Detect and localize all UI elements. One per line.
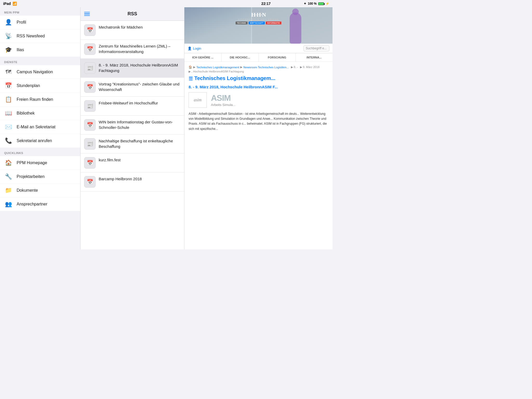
app-body: MEIN PPM👤Profil📡RSS Newsfeed🎓IliasDIENST… — [0, 7, 332, 249]
sidebar-item-freiraum[interactable]: 📋Freien Raum finden — [0, 93, 80, 106]
sidebar-item-projekt[interactable]: 🔧Projektarbeiten — [0, 170, 80, 183]
breadcrumb-link-1[interactable]: Technisches Logistikmanagement — [196, 66, 239, 69]
hhn-nav-item-0[interactable]: ICH GEHÖRE ... — [184, 53, 222, 62]
hhn-body: 🏠 ▶ Technisches Logistikmanagement ▶ New… — [184, 62, 332, 135]
rss-title: RSS — [128, 11, 137, 17]
calendar-icon: 📅 — [84, 81, 96, 93]
sidebar-item-dokumente[interactable]: 📁Dokumente — [0, 184, 80, 197]
technik-tag: Technik — [236, 22, 248, 24]
article-title: ☰ Technisches Logistikmanagem... — [189, 75, 328, 82]
rss-item-4[interactable]: 📅Vortrag "Kreationismus"- zwischen Glaub… — [81, 78, 184, 97]
rss-item-text-3: 8. - 9. März 2018, Hochschule HeilbronnA… — [99, 62, 181, 73]
asim-main-label: ASIM — [211, 93, 328, 103]
sidebar-label-telefon: Sekretariat anrufen — [17, 138, 52, 143]
breadcrumb-link-2[interactable]: Newsroom Technisches Logistikm... — [243, 66, 289, 69]
table-icon: 📋 — [4, 95, 12, 104]
sidebar-item-ilias[interactable]: 🎓Ilias — [0, 43, 80, 57]
sidebar-section-label: MEIN PPM — [0, 7, 80, 16]
informatik-tag: Informatik — [266, 22, 281, 24]
rss-list: 📅Mechatronik für Mädchen📅Zentrum für Mas… — [81, 21, 184, 249]
rss-item-text-6: WIN beim Informationstag der Gustav-von-… — [99, 119, 181, 130]
web-panel: H·H·N Hochschule Heilbronn Technik Wirts… — [184, 7, 332, 249]
envelope-icon: ✉️ — [4, 123, 12, 131]
sidebar-label-ansprechpartner: Ansprechpartner — [17, 202, 47, 207]
login-button[interactable]: 👤 Login — [188, 46, 201, 50]
sidebar: MEIN PPM👤Profil📡RSS Newsfeed🎓IliasDIENST… — [0, 7, 81, 249]
hhn-toolbar: 👤 Login Suchbegriff e... — [184, 44, 332, 53]
rss-item-7[interactable]: 📰Nachhaltige Beschaffung ist enkeltaugli… — [81, 135, 184, 154]
sidebar-label-ilias: Ilias — [17, 48, 24, 52]
status-right: ✦ 100 % ⚡ — [304, 2, 329, 5]
rss-item-1[interactable]: 📅Mechatronik für Mädchen — [81, 21, 184, 40]
rss-item-text-7: Nachhaltige Beschaffung ist enkeltauglic… — [99, 138, 181, 149]
rss-item-text-1: Mechatronik für Mädchen — [99, 24, 181, 30]
sidebar-label-dokumente: Dokumente — [17, 188, 38, 193]
phone-icon: 📞 — [4, 137, 12, 145]
wifi-icon: 📶 — [12, 2, 17, 6]
article-body: ASIM - Arbeitsgemeinschaft Simulation - … — [189, 111, 328, 131]
sidebar-item-campus[interactable]: 🗺Campus Navigation — [0, 65, 80, 79]
asim-logo-text: asim — [194, 98, 202, 102]
wrench-icon: 🔧 — [4, 172, 12, 181]
rss-icon: 📡 — [4, 32, 12, 40]
sidebar-section-label: QUICKLINKS — [0, 148, 80, 156]
calendar-icon: 📅 — [84, 43, 96, 55]
person-icon: 👤 — [188, 46, 192, 50]
sidebar-item-email[interactable]: ✉️E-Mail an Sekretariat — [0, 120, 80, 134]
hhn-tags: Technik Wirtschaft Informatik — [236, 22, 281, 24]
calendar-grid-icon: 📅 — [4, 82, 12, 90]
status-left: iPad 📶 — [3, 2, 17, 6]
sidebar-label-rss: RSS Newsfeed — [17, 34, 45, 38]
rss-item-text-5: Frisbee-Weitwurf im Hochschulflur — [99, 100, 181, 106]
rss-panel: RSS 📅Mechatronik für Mädchen📅Zentrum für… — [81, 7, 184, 249]
sidebar-label-bibliothek: Bibliothek — [17, 111, 35, 116]
person-icon: 👤 — [4, 18, 12, 26]
folder-icon: 📁 — [4, 186, 12, 195]
hamburger-menu-button[interactable] — [84, 12, 90, 16]
hhn-logo-area: H·H·N Hochschule Heilbronn Technik Wirts… — [236, 11, 281, 24]
sidebar-item-telefon[interactable]: 📞Sekretariat anrufen — [0, 134, 80, 148]
sidebar-item-stundenplan[interactable]: 📅Stundenplan — [0, 79, 80, 92]
sidebar-item-bibliothek[interactable]: 📖Bibliothek — [0, 107, 80, 120]
news-icon: 📰 — [84, 62, 96, 74]
calendar-icon: 📅 — [84, 176, 96, 188]
rss-item-2[interactable]: 📅Zentrum für Maschinelles Lernen (ZML) –… — [81, 40, 184, 59]
hhn-nav-item-2[interactable]: FORSCHUNG — [259, 53, 296, 62]
breadcrumb-home-icon: 🏠 — [189, 65, 192, 69]
calendar-icon: 📅 — [84, 157, 96, 169]
rss-item-text-8: kurz.film.fest — [99, 157, 181, 163]
rss-item-9[interactable]: 📅Barcamp Heilbronn 2018 — [81, 172, 184, 191]
sidebar-label-stundenplan: Stundenplan — [17, 83, 40, 88]
rss-header: RSS — [81, 7, 184, 21]
bluetooth-icon: ✦ — [304, 2, 306, 5]
home-icon: 🏠 — [4, 159, 12, 167]
status-bar: iPad 📶 22:17 ✦ 100 % ⚡ — [0, 0, 332, 7]
rss-item-5[interactable]: 📰Frisbee-Weitwurf im Hochschulflur — [81, 97, 184, 116]
web-content: H·H·N Hochschule Heilbronn Technik Wirts… — [184, 7, 332, 249]
article-subtitle: 8. - 9. März 2018, Hochschule HeilbronnA… — [189, 85, 328, 89]
sidebar-item-ppmhome[interactable]: 🏠PPM Homepage — [0, 156, 80, 170]
ipad-label: iPad — [3, 2, 11, 6]
hhn-logo: H·H·N — [236, 11, 281, 18]
sidebar-item-profil[interactable]: 👤Profil — [0, 16, 80, 29]
search-input[interactable]: Suchbegriff e... — [303, 45, 329, 51]
sidebar-label-email: E-Mail an Sekretariat — [17, 125, 55, 129]
rss-item-3[interactable]: 📰8. - 9. März 2018, Hochschule Heilbronn… — [81, 59, 184, 78]
article-title-text: Technisches Logistikmanagem... — [194, 75, 275, 81]
login-label: Login — [193, 46, 201, 50]
charging-icon: ⚡ — [325, 2, 329, 5]
rss-item-8[interactable]: 📅kurz.film.fest — [81, 154, 184, 172]
status-time: 22:17 — [261, 2, 271, 6]
calendar-icon: 📅 — [84, 24, 96, 36]
asim-sub-label: Arbeits Simula... — [211, 103, 328, 107]
rss-item-6[interactable]: 📅WIN beim Informationstag der Gustav-von… — [81, 116, 184, 135]
hhn-nav-item-1[interactable]: DIE HOCHSC... — [222, 53, 259, 62]
sidebar-item-ansprechpartner[interactable]: 👥Ansprechpartner — [0, 197, 80, 211]
breadcrumb: 🏠 ▶ Technisches Logistikmanagement ▶ New… — [189, 65, 328, 73]
battery-label: 100 % — [308, 2, 317, 5]
sidebar-item-rss[interactable]: 📡RSS Newsfeed — [0, 29, 80, 43]
people-icon: 👥 — [4, 200, 12, 208]
hhn-nav-item-3[interactable]: INTERNA... — [296, 53, 332, 62]
battery-icon — [318, 2, 324, 5]
asim-banner: asim ASIM Arbeits Simula... — [189, 92, 328, 108]
